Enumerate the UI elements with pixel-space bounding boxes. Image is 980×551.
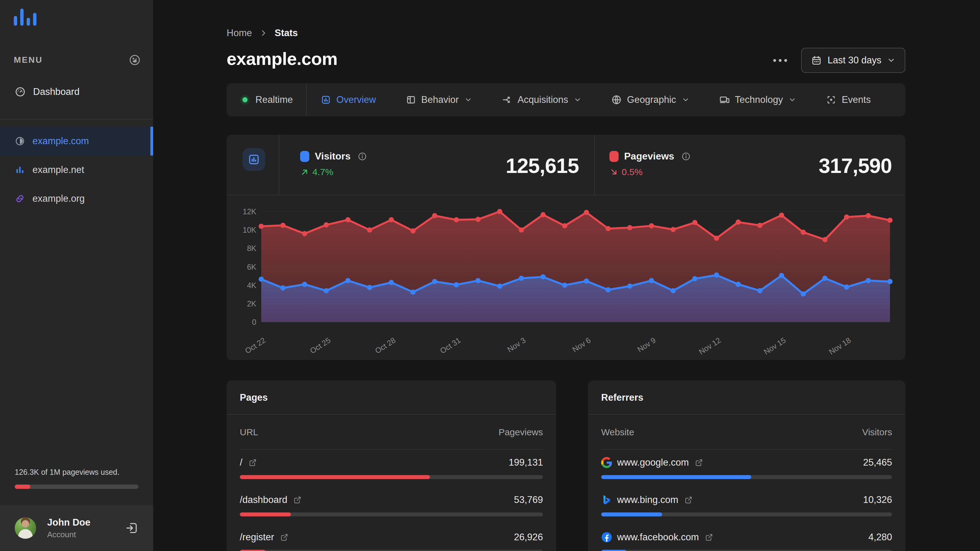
tab-overview[interactable]: Overview (320, 94, 376, 105)
technology-icon (719, 94, 730, 105)
sidebar-divider (0, 119, 153, 119)
svg-text:Oct 28: Oct 28 (373, 336, 397, 356)
referrer-label: www.google.com (617, 457, 689, 468)
stat-label: Pageviews (624, 151, 675, 162)
referrers-rows: www.google.com25,465www.bing.com10,326ww… (601, 456, 892, 551)
gauge-icon (15, 86, 26, 97)
sidebar-item-label: Dashboard (33, 86, 80, 97)
referrer-row-label-group: www.bing.com (601, 494, 693, 505)
svg-text:10K: 10K (243, 225, 257, 234)
external-link-icon[interactable] (249, 459, 257, 467)
date-range-button[interactable]: Last 30 days (801, 48, 905, 73)
svg-text:Nov 15: Nov 15 (762, 336, 788, 356)
page-row-label-group: / (240, 457, 257, 468)
behavior-icon (406, 94, 417, 105)
referrer-label: www.facebook.com (617, 532, 699, 543)
column-header-website: Website (601, 427, 634, 437)
contrast-icon (15, 136, 25, 146)
usage-progress-track (15, 484, 138, 489)
chart-type-chip[interactable] (243, 148, 265, 171)
referrer-row[interactable]: www.bing.com10,326 (601, 493, 892, 530)
svg-text:Nov 6: Nov 6 (571, 336, 592, 354)
referrer-row-main: www.bing.com10,326 (601, 493, 892, 507)
external-link-icon[interactable] (695, 459, 703, 467)
breadcrumb-home[interactable]: Home (227, 27, 252, 38)
referrer-value: 25,465 (863, 457, 892, 468)
ellipsis-dot (773, 59, 776, 62)
logo-bar (33, 13, 37, 26)
referrer-value: 4,280 (868, 532, 892, 543)
external-link-icon[interactable] (293, 496, 302, 504)
facebook-favicon (601, 532, 612, 543)
more-options-button[interactable] (770, 56, 790, 65)
ellipsis-dot (784, 59, 787, 62)
logout-icon[interactable] (125, 521, 138, 535)
sidebar-item-example.com[interactable]: example.com (0, 127, 153, 156)
theme-icon[interactable] (129, 54, 141, 66)
progress-fill (240, 475, 430, 479)
tab-events[interactable]: Events (826, 94, 871, 105)
logo-bar (27, 18, 30, 26)
breadcrumb-stats: Stats (275, 27, 298, 38)
acquisitions-icon (502, 94, 513, 105)
external-link-icon[interactable] (280, 533, 288, 541)
sidebar-item-example.org[interactable]: example.org (0, 184, 153, 213)
bar-chart-square-icon (247, 153, 261, 166)
page-row[interactable]: /register26,926 (240, 530, 543, 551)
tab-acquisitions[interactable]: Acquisitions (502, 94, 582, 105)
page-row-main: /199,131 (240, 456, 543, 470)
overview-icon (320, 94, 331, 105)
stats-header-divider (227, 195, 905, 195)
stat-label: Visitors (315, 151, 351, 162)
stats-card: Visitors 4.7% 125,615 Pageviews 0.5% 317… (227, 135, 905, 360)
progress-fill (601, 513, 662, 516)
tab-geographic[interactable]: Geographic (611, 94, 689, 105)
progress-track (601, 550, 892, 551)
svg-text:2K: 2K (247, 299, 256, 308)
info-icon[interactable] (681, 151, 691, 161)
referrer-row-label-group: www.facebook.com (601, 532, 713, 543)
sidebar-item-dashboard[interactable]: Dashboard (0, 79, 153, 105)
tab-technology[interactable]: Technology (719, 94, 797, 105)
chevron-right-icon (259, 29, 267, 37)
tab-realtime[interactable]: Realtime (240, 94, 293, 105)
referrer-row[interactable]: www.facebook.com4,280 (601, 530, 892, 551)
external-link-icon[interactable] (684, 496, 693, 504)
page-row[interactable]: /199,131 (240, 456, 543, 493)
progress-track (601, 513, 892, 516)
referrer-row-label-group: www.google.com (601, 457, 703, 468)
visitors-pageviews-chart[interactable]: 02K4K6K8K10K12KOct 22Oct 25Oct 28Oct 31N… (227, 202, 905, 359)
svg-text:Nov 9: Nov 9 (636, 336, 657, 354)
progress-fill (240, 513, 291, 516)
app-logo-bar-chart-icon (14, 9, 37, 26)
logo-bar (20, 9, 24, 26)
page-label: / (240, 457, 243, 468)
column-header-url: URL (240, 427, 258, 437)
svg-text:Oct 22: Oct 22 (243, 336, 267, 356)
svg-text:Nov 3: Nov 3 (506, 336, 527, 354)
info-icon[interactable] (357, 151, 367, 161)
referrer-row[interactable]: www.google.com25,465 (601, 456, 892, 493)
breadcrumb: Home Stats (227, 27, 298, 38)
page-title: example.com (227, 48, 337, 69)
external-link-icon[interactable] (705, 533, 713, 541)
divider (601, 449, 892, 450)
usage-progress-fill (15, 484, 30, 489)
page-row-label-group: /dashboard (240, 494, 302, 505)
pageviews-value: 317,590 (819, 154, 892, 178)
usage-text: 126.3K of 1M pageviews used. (15, 468, 138, 476)
divider (588, 414, 905, 415)
page-row[interactable]: /dashboard53,769 (240, 493, 543, 530)
divider (227, 414, 556, 415)
header-actions: Last 30 days (770, 48, 905, 73)
page-label: /dashboard (240, 494, 287, 505)
referrers-card: Referrers Website Visitors www.google.co… (588, 381, 905, 551)
page-label: /register (240, 532, 274, 543)
user-strip[interactable]: John Doe Account (0, 505, 153, 551)
sidebar-item-example.net[interactable]: example.net (0, 156, 153, 184)
date-range-label: Last 30 days (827, 55, 881, 66)
tab-behavior[interactable]: Behavior (406, 94, 472, 105)
avatar[interactable] (15, 517, 36, 539)
user-subtitle: Account (47, 530, 114, 539)
bar-chart-icon (15, 165, 25, 175)
